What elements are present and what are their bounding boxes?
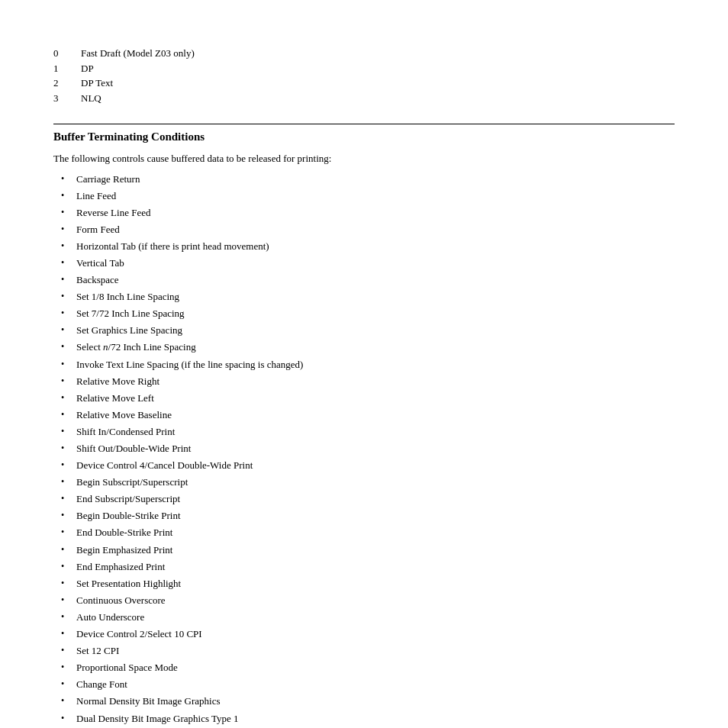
bullet-item-text: Backspace	[76, 272, 675, 288]
bullet-item: •Relative Move Right	[61, 373, 675, 390]
bullet-dot: •	[61, 171, 70, 188]
bullet-item: •Invoke Text Line Spacing (if the line s…	[61, 356, 675, 373]
bullet-item: •Set 12 CPI	[61, 643, 675, 659]
bullet-item-text: Device Control 4/Cancel Double-Wide Prin…	[76, 457, 675, 474]
bullet-item-text: Vertical Tab	[76, 255, 675, 272]
bullet-item-text: Device Control 2/Select 10 CPI	[76, 626, 675, 643]
bullet-dot: •	[61, 693, 70, 710]
bullet-item-text: Shift Out/Double-Wide Print	[76, 440, 675, 457]
bullet-dot: •	[61, 643, 70, 659]
bullet-dot: •	[61, 188, 70, 205]
bullet-item: •Relative Move Left	[61, 390, 675, 407]
bullet-item: •Device Control 4/Cancel Double-Wide Pri…	[61, 457, 675, 474]
bullet-dot: •	[61, 710, 70, 727]
bullet-item: •Form Feed	[61, 221, 675, 238]
bullet-item-text: Shift In/Condensed Print	[76, 424, 675, 440]
bullet-dot: •	[61, 609, 70, 626]
bullet-item: •Dual Density Bit Image Graphics Type 1	[61, 710, 675, 727]
bullet-dot: •	[61, 288, 70, 305]
bullet-dot: •	[61, 592, 70, 609]
bullet-item-text: Invoke Text Line Spacing (if the line sp…	[76, 356, 675, 373]
label-0: Fast Draft (Model Z03 only)	[81, 46, 195, 61]
bullet-dot: •	[61, 390, 70, 407]
bullet-item: •Device Control 2/Select 10 CPI	[61, 626, 675, 643]
bullet-item: •End Subscript/Superscript	[61, 491, 675, 507]
bullet-item: •Vertical Tab	[61, 255, 675, 272]
bullet-item-text: Auto Underscore	[76, 609, 675, 626]
bullet-item-text: Set 7/72 Inch Line Spacing	[76, 305, 675, 322]
label-3: NLQ	[81, 91, 101, 106]
bullet-item: •Begin Emphasized Print	[61, 542, 675, 559]
section-title: Buffer Terminating Conditions	[53, 130, 675, 143]
bullet-dot: •	[61, 575, 70, 592]
bullet-item: •Set Presentation Highlight	[61, 575, 675, 592]
bullet-dot: •	[61, 238, 70, 255]
bullet-item-text: Set 1/8 Inch Line Spacing	[76, 288, 675, 305]
bullet-dot: •	[61, 559, 70, 575]
bullet-item: •Change Font	[61, 676, 675, 693]
bullet-item: •Shift In/Condensed Print	[61, 424, 675, 440]
bullet-dot: •	[61, 322, 70, 339]
bullet-dot: •	[61, 676, 70, 693]
label-1: DP	[81, 61, 94, 76]
intro-text: The following controls cause buffered da…	[53, 151, 675, 166]
bullet-dot: •	[61, 507, 70, 524]
bullet-item: •Set 7/72 Inch Line Spacing	[61, 305, 675, 322]
bullet-item: •Line Feed	[61, 188, 675, 205]
bullet-item-text: Select n/72 Inch Line Spacing	[76, 339, 675, 356]
bullet-dot: •	[61, 305, 70, 322]
bullet-item-text: Begin Double-Strike Print	[76, 507, 675, 524]
bullet-dot: •	[61, 457, 70, 474]
bullet-item-text: Set Presentation Highlight	[76, 575, 675, 592]
bullet-item-text: End Double-Strike Print	[76, 524, 675, 541]
bullet-item: •Set 1/8 Inch Line Spacing	[61, 288, 675, 305]
bullet-item-text: Relative Move Left	[76, 390, 675, 407]
bullet-dot: •	[61, 221, 70, 238]
bullet-dot: •	[61, 524, 70, 541]
bullet-dot: •	[61, 542, 70, 559]
bullet-item-text: Relative Move Baseline	[76, 407, 675, 424]
bullet-dot: •	[61, 491, 70, 507]
bullet-item: •Shift Out/Double-Wide Print	[61, 440, 675, 457]
bullet-list-main: •Carriage Return•Line Feed•Reverse Line …	[61, 171, 675, 729]
bullet-item-text: Relative Move Right	[76, 373, 675, 390]
bullet-item-text: Set 12 CPI	[76, 643, 675, 659]
bullet-item: •End Emphasized Print	[61, 559, 675, 575]
bullet-item-text: Proportional Space Mode	[76, 659, 675, 676]
bullet-item: •Begin Subscript/Superscript	[61, 474, 675, 491]
bullet-item: •Auto Underscore	[61, 609, 675, 626]
bullet-item-text: Change Font	[76, 676, 675, 693]
bullet-item: •Begin Double-Strike Print	[61, 507, 675, 524]
numbered-item-2: 2 DP Text	[53, 76, 675, 91]
bullet-item-text: End Emphasized Print	[76, 559, 675, 575]
bullet-dot: •	[61, 356, 70, 373]
bullet-item-text: Begin Emphasized Print	[76, 542, 675, 559]
bullet-item: •Carriage Return	[61, 171, 675, 188]
label-2: DP Text	[81, 76, 113, 91]
bullet-dot: •	[61, 424, 70, 440]
bullet-item: •Reverse Line Feed	[61, 205, 675, 221]
num-1: 1	[53, 61, 66, 76]
bullet-dot: •	[61, 407, 70, 424]
numbered-item-1: 1 DP	[53, 61, 675, 76]
bullet-item-text: Dual Density Bit Image Graphics Type 1	[76, 710, 675, 727]
bullet-item: •Relative Move Baseline	[61, 407, 675, 424]
bullet-dot: •	[61, 205, 70, 221]
bullet-item: •Continuous Overscore	[61, 592, 675, 609]
bullet-dot: •	[61, 440, 70, 457]
bullet-dot: •	[61, 339, 70, 356]
bullet-item: •Horizontal Tab (if there is print head …	[61, 238, 675, 255]
bullet-item-text: Carriage Return	[76, 171, 675, 188]
bullet-dot: •	[61, 373, 70, 390]
bullet-item: •Set Graphics Line Spacing	[61, 322, 675, 339]
bullet-dot: •	[61, 659, 70, 676]
num-2: 2	[53, 76, 66, 91]
bullet-item-text: Begin Subscript/Superscript	[76, 474, 675, 491]
num-3: 3	[53, 91, 66, 106]
numbered-item-0: 0 Fast Draft (Model Z03 only)	[53, 46, 675, 61]
bullet-item-text: Set Graphics Line Spacing	[76, 322, 675, 339]
numbered-list: 0 Fast Draft (Model Z03 only) 1 DP 2 DP …	[53, 46, 675, 105]
numbered-item-3: 3 NLQ	[53, 91, 675, 106]
bullet-item-text: Reverse Line Feed	[76, 205, 675, 221]
bullet-item-text: End Subscript/Superscript	[76, 491, 675, 507]
